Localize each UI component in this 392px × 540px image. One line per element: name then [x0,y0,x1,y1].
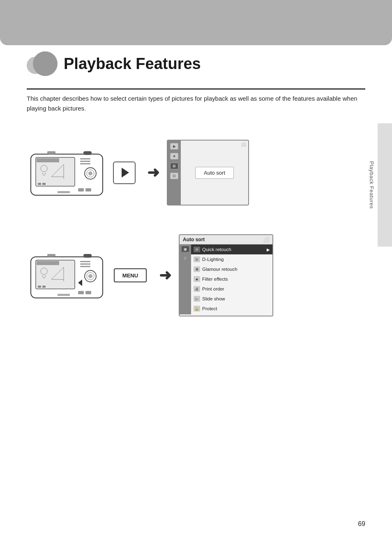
diagram2: MENU ➜ Auto sort ⬜ ▦ y ⟳ Quick retouch ▶ [27,228,365,323]
svg-rect-14 [78,188,84,192]
sidebar-icon-grid: ⊟ [170,173,178,179]
svg-rect-33 [85,291,91,294]
glamour-label: Glamour retouch [202,267,238,272]
svg-rect-34 [58,294,70,296]
lcd-menu-screen-2: Auto sort ⬜ ▦ y ⟳ Quick retouch ▶ D D-Li… [179,234,273,316]
svg-rect-5 [38,183,41,185]
menu-item-slideshow[interactable]: ▷ Slide show [191,294,272,304]
play-button-box-1 [113,162,136,184]
filter-label: Filter effects [202,277,228,282]
side-label-container: Playback Features [378,123,392,247]
lcd-content-1: Auto sort [181,141,248,205]
title-section: Playback Features [27,49,201,78]
sidebar-icon-star: ★ [170,153,178,159]
svg-rect-13 [83,151,92,155]
protect-icon: 🔒 [194,306,200,312]
lcd-sidebar-1: ▶ ★ ⊞ ⊟ [168,141,181,205]
camera-illustration-1 [27,144,109,201]
auto-sort-label: Auto sort [195,167,234,179]
lcd-menu-body: ▦ y ⟳ Quick retouch ▶ D D-Lighting ✿ Gla… [180,245,272,314]
menu-item-print[interactable]: 🖨 Print order [191,284,272,294]
slideshow-icon: ▷ [194,296,200,302]
chapter-description: This chapter describes how to select cer… [27,94,365,113]
svg-rect-7 [80,158,90,159]
sidebar-icon-sort: ⊞ [170,163,178,169]
diagram1: ➜ ⬜ ▶ ★ ⊞ ⊟ Auto sort [27,132,365,214]
diagram2-left: MENU [27,247,152,304]
title-rule [27,88,365,90]
svg-point-30 [88,274,92,278]
svg-rect-35 [47,254,55,257]
menu-button[interactable]: MENU [114,268,147,282]
svg-rect-16 [58,191,70,193]
menu-item-glamour[interactable]: ✿ Glamour retouch [191,264,272,274]
svg-rect-26 [80,263,90,265]
print-icon: 🖨 [194,286,200,292]
slideshow-label: Slide show [202,296,225,301]
filter-icon: ◈ [194,276,200,282]
svg-rect-8 [80,161,90,162]
diagram1-left [27,144,140,201]
svg-rect-3 [37,158,59,162]
page-number: 69 [358,520,365,528]
page-title: Playback Features [64,55,201,73]
svg-rect-24 [42,286,46,288]
circle-big [33,51,58,76]
svg-rect-6 [42,183,46,185]
print-label: Print order [202,286,224,291]
glamour-icon: ✿ [194,266,200,272]
lcd-menu-header: Auto sort ⬜ [180,235,272,245]
play-triangle-1 [122,168,129,178]
protect-label: Protect [202,306,217,311]
svg-rect-25 [80,261,90,262]
svg-rect-31 [83,254,92,258]
svg-rect-9 [80,163,90,164]
svg-rect-21 [37,261,59,265]
svg-rect-15 [85,188,91,192]
sidebar-icon-menu: ▦ [182,246,189,252]
svg-point-12 [88,171,92,175]
dlighting-icon: D [194,256,200,262]
svg-rect-17 [47,151,55,154]
quick-retouch-label: Quick retouch [202,247,231,252]
sidebar-icon-y: y [182,255,189,261]
svg-rect-23 [38,286,41,288]
side-label: Playback Features [368,161,374,209]
quick-retouch-chevron: ▶ [267,247,270,252]
svg-rect-32 [78,291,84,294]
lcd-menu-screen-1: ⬜ ▶ ★ ⊞ ⊟ Auto sort [167,140,249,205]
menu-header-label: Auto sort [183,237,205,242]
lcd-menu-items: ⟳ Quick retouch ▶ D D-Lighting ✿ Glamour… [191,245,272,314]
arrow-1: ➜ [147,164,159,181]
arrow-2: ➜ [159,267,171,284]
menu-button-label: MENU [122,272,138,279]
menu-item-quick-retouch[interactable]: ⟳ Quick retouch ▶ [191,245,272,254]
menu-item-protect[interactable]: 🔒 Protect [191,304,272,314]
lcd-menu-2-sidebar: ▦ y [180,245,191,314]
top-banner [0,0,392,45]
dlighting-label: D-Lighting [202,257,224,262]
title-decoration [27,49,60,78]
sidebar-icon-play: ▶ [170,143,178,150]
camera-illustration-2 [27,247,109,304]
menu-item-dlighting[interactable]: D D-Lighting [191,254,272,264]
menu-header-icon: ⬜ [263,237,269,242]
quick-retouch-icon: ⟳ [194,247,200,252]
menu-item-filter[interactable]: ◈ Filter effects [191,274,272,284]
svg-rect-27 [80,266,90,267]
svg-marker-36 [78,279,82,286]
